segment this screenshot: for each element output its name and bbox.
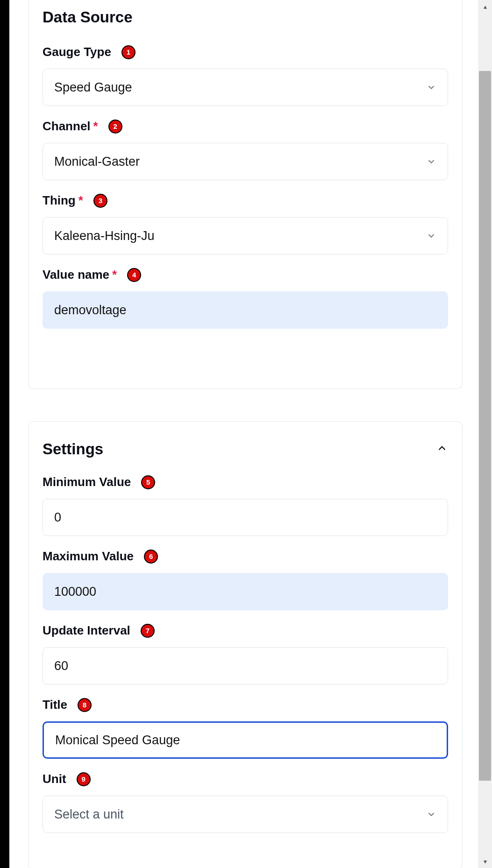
- required-mark: *: [78, 193, 83, 208]
- update-interval-input[interactable]: [43, 647, 448, 685]
- settings-title: Settings: [43, 440, 103, 458]
- gauge-type-label-row: Gauge Type 1: [43, 45, 448, 59]
- gauge-type-value: Speed Gauge: [54, 80, 132, 95]
- chevron-down-icon: [426, 809, 436, 819]
- value-name-label-row: Value name * 4: [43, 268, 448, 282]
- data-source-card: Data Source Gauge Type 1 Speed Gauge Cha…: [28, 0, 463, 389]
- unit-placeholder: Select a unit: [54, 807, 124, 822]
- chevron-down-icon: [426, 231, 436, 241]
- min-value-label: Minimum Value: [43, 475, 131, 489]
- update-interval-label-row: Update Interval 7: [43, 623, 448, 638]
- settings-header: Settings: [43, 440, 448, 458]
- thing-value: Kaleena-Hsing-Ju: [54, 229, 155, 243]
- value-name-input[interactable]: [43, 291, 448, 329]
- chevron-down-icon: [426, 82, 436, 92]
- thing-label-row: Thing * 3: [43, 193, 448, 208]
- settings-card: Settings Minimum Value 5 Maximum Value 6: [28, 421, 463, 868]
- update-interval-group: Update Interval 7: [43, 623, 448, 685]
- scroll-arrow-down-icon[interactable]: ▾: [478, 855, 492, 868]
- channel-label: Channel: [43, 119, 91, 134]
- max-value-input[interactable]: [43, 573, 448, 610]
- content-area: Data Source Gauge Type 1 Speed Gauge Cha…: [9, 0, 478, 868]
- step-badge-6: 6: [144, 550, 158, 564]
- window-frame: Data Source Gauge Type 1 Speed Gauge Cha…: [0, 0, 492, 868]
- step-badge-7: 7: [141, 624, 155, 638]
- thing-label: Thing: [43, 193, 76, 208]
- value-name-label: Value name: [43, 268, 109, 282]
- step-badge-4: 4: [127, 268, 141, 282]
- max-value-group: Maximum Value 6: [43, 549, 448, 610]
- step-badge-1: 1: [121, 45, 135, 59]
- channel-value: Monical-Gaster: [54, 155, 140, 169]
- vertical-scrollbar[interactable]: ▴ ▾: [478, 0, 492, 868]
- unit-select[interactable]: Select a unit: [43, 796, 448, 833]
- min-value-label-row: Minimum Value 5: [43, 475, 448, 489]
- chevron-down-icon: [426, 156, 436, 167]
- step-badge-9: 9: [77, 772, 91, 786]
- step-badge-3: 3: [93, 194, 107, 208]
- unit-label: Unit: [43, 772, 66, 786]
- step-badge-5: 5: [141, 475, 155, 489]
- scroll-thumb[interactable]: [479, 71, 491, 781]
- gauge-type-group: Gauge Type 1 Speed Gauge: [43, 45, 448, 106]
- thing-group: Thing * 3 Kaleena-Hsing-Ju: [43, 193, 448, 254]
- channel-group: Channel * 2 Monical-Gaster: [43, 119, 448, 180]
- min-value-group: Minimum Value 5: [43, 475, 448, 536]
- data-source-title: Data Source: [43, 8, 448, 26]
- unit-group: Unit 9 Select a unit: [43, 772, 448, 833]
- max-value-label-row: Maximum Value 6: [43, 549, 448, 564]
- step-badge-8: 8: [78, 698, 92, 712]
- gauge-type-select[interactable]: Speed Gauge: [43, 69, 448, 106]
- value-name-group: Value name * 4: [43, 268, 448, 329]
- update-interval-label: Update Interval: [43, 623, 130, 638]
- required-mark: *: [112, 268, 117, 282]
- channel-select[interactable]: Monical-Gaster: [43, 143, 448, 180]
- channel-label-row: Channel * 2: [43, 119, 448, 134]
- title-group: Title 8: [43, 698, 448, 759]
- max-value-label: Maximum Value: [43, 549, 134, 564]
- thing-select[interactable]: Kaleena-Hsing-Ju: [43, 217, 448, 254]
- collapse-toggle[interactable]: [436, 442, 448, 456]
- title-field-label: Title: [43, 698, 67, 712]
- title-label-row: Title 8: [43, 698, 448, 712]
- scroll-arrow-up-icon[interactable]: ▴: [478, 0, 492, 13]
- gauge-type-label: Gauge Type: [43, 45, 111, 59]
- required-mark: *: [93, 119, 98, 134]
- title-input[interactable]: [43, 721, 448, 759]
- step-badge-2: 2: [108, 120, 122, 134]
- unit-label-row: Unit 9: [43, 772, 448, 786]
- min-value-input[interactable]: [43, 499, 448, 536]
